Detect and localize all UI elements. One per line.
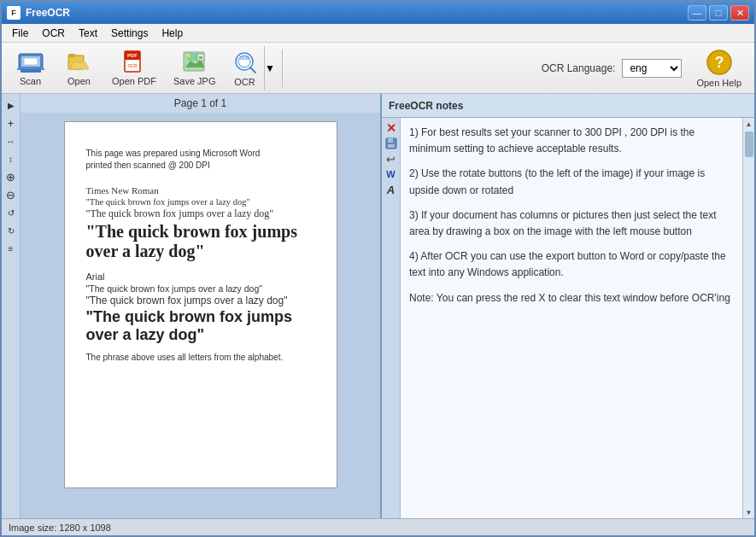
tool-fit-height[interactable]: ↕ [3,151,19,166]
svg-text:OCR: OCR [239,55,249,61]
open-help-label: Open Help [696,78,741,88]
svg-rect-17 [199,56,202,59]
font-button[interactable]: A [384,183,398,196]
toolbar: Scan Open PDF OCR [2,43,754,94]
text-sm1: "The quick brown fox jumps over a lazy d… [86,197,315,207]
tool-zoom-in[interactable]: ⊕ [3,169,19,184]
section2: Arial "The quick brown fox jumps over a … [86,271,315,344]
image-panel: Page 1 of 1 This page was prepared using… [21,94,380,518]
rotate-text-button[interactable]: ↩ [384,152,398,166]
menu-help[interactable]: Help [155,26,190,41]
save-text-button[interactable] [384,137,398,150]
svg-rect-26 [388,144,395,148]
svg-text:?: ? [714,54,724,71]
text-sm2: "The quick brown fox jumps over a lazy d… [86,283,315,294]
open-pdf-button[interactable]: PDF OCR Open PDF [104,46,164,90]
scan-label: Scan [20,76,41,86]
save-jpg-button[interactable]: Save JPG [166,46,224,90]
window-title: FreeOCR [26,7,70,19]
close-button[interactable]: ✕ [730,5,749,20]
text-lg1: "The quick brown fox jumps over a lazy d… [86,222,315,261]
ocr-label: OCR [234,77,255,87]
right-panel-body: ✕ ↩ W A 1) For best results set your sc [382,118,754,518]
right-panel-header: FreeOCR notes [382,94,754,118]
svg-rect-4 [21,69,41,73]
svg-line-21 [250,67,255,73]
tool-grid[interactable]: ≡ [3,241,19,256]
menu-bar: File OCR Text Settings Help [2,24,754,43]
svg-point-14 [187,54,190,57]
note-4: 4) After OCR you can use the export butt… [409,248,734,281]
open-pdf-icon: PDF OCR [120,50,148,74]
export-word-button[interactable]: W [384,167,398,181]
right-panel-title: FreeOCR notes [389,100,463,112]
ocr-button-wrapper: OCR OCR ▼ [226,45,277,91]
save-jpg-icon [181,50,208,74]
scrollbar-thumb[interactable] [745,131,753,157]
open-button[interactable]: Open [56,46,103,90]
right-panel: FreeOCR notes ✕ ↩ W A [380,94,754,518]
clear-text-button[interactable]: ✕ [384,121,398,135]
open-help-icon: ? [706,49,733,76]
status-text: Image size: 1280 x 1098 [9,522,111,533]
menu-text[interactable]: Text [72,26,104,41]
dropdown-chevron-icon: ▼ [265,62,275,74]
page-footer-text: The phrase above uses all letters from t… [86,353,315,362]
tool-zoom-out[interactable]: ⊖ [3,187,19,202]
tool-fit-width[interactable]: ↔ [3,133,19,149]
main-window: F FreeOCR — □ ✕ File OCR Text Settings H… [0,0,756,537]
note-3: 3) If your document has columns or pictu… [409,207,734,240]
title-bar-left: F FreeOCR [7,6,70,20]
tool-zoom-in-cursor[interactable]: + [3,115,19,131]
scan-icon [17,50,44,74]
maximize-button[interactable]: □ [709,5,728,20]
app-icon: F [7,6,21,20]
text-md1: "The quick brown fox jumps over a lazy d… [86,207,315,220]
ocr-dropdown-arrow[interactable]: ▼ [264,46,276,90]
toolbar-right: OCR Language: eng ? Open Help [542,46,749,90]
tool-rotate-right[interactable]: ↻ [3,223,19,238]
menu-ocr[interactable]: OCR [35,26,72,41]
scrollbar[interactable]: ▲ ▼ [742,118,754,518]
right-panel-text[interactable]: 1) For best results set your scanner to … [401,118,742,518]
menu-settings[interactable]: Settings [104,26,155,41]
scan-button[interactable]: Scan [7,46,54,90]
svg-rect-2 [24,58,38,65]
text-md2: "The quick brown fox jumps over a lazy d… [86,295,315,306]
toolbar-separator-1 [282,50,283,87]
title-bar: F FreeOCR — □ ✕ [2,2,754,24]
open-icon [66,50,93,74]
page-canvas: This page was prepared using Microsoft W… [64,121,337,488]
ocr-lang-select[interactable]: eng [622,59,682,78]
left-sidebar: ▶ + ↔ ↕ ⊕ ⊖ ↺ ↻ ≡ [2,94,21,518]
right-panel-tools: ✕ ↩ W A [382,118,401,518]
svg-text:OCR: OCR [127,63,138,68]
title-bar-controls: — □ ✕ [688,5,749,20]
scroll-down-button[interactable]: ▼ [744,506,754,518]
note-1: 1) For best results set your scanner to … [409,125,734,157]
text-lg2: "The quick brown fox jumps over a lazy d… [86,308,315,344]
page-label: Page 1 of 1 [21,94,380,113]
ocr-icon: OCR [231,50,259,75]
section1-title: Times New Roman [86,185,315,196]
save-jpg-label: Save JPG [173,76,216,86]
ocr-lang-label: OCR Language: [542,62,616,74]
open-help-button[interactable]: ? Open Help [689,46,749,90]
tool-play[interactable]: ▶ [3,97,19,113]
status-bar: Image size: 1280 x 1098 [2,518,754,535]
note-5: Note: You can press the red X to clear t… [409,290,734,306]
svg-rect-6 [68,54,75,57]
ocr-button[interactable]: OCR OCR [226,46,264,90]
section2-title: Arial [86,271,315,282]
tool-rotate-left[interactable]: ↺ [3,205,19,220]
scroll-up-button[interactable]: ▲ [744,118,754,130]
svg-rect-25 [388,138,393,143]
svg-text:PDF: PDF [127,53,138,58]
menu-file[interactable]: File [5,26,35,41]
svg-marker-7 [70,62,89,69]
note-2: 2) Use the rotate buttons (to the left o… [409,166,734,198]
open-pdf-label: Open PDF [112,76,156,86]
page-intro: This page was prepared using Microsoft W… [86,148,315,172]
main-content: ▶ + ↔ ↕ ⊕ ⊖ ↺ ↻ ≡ Page 1 of 1 This page … [2,94,754,518]
minimize-button[interactable]: — [688,5,706,20]
